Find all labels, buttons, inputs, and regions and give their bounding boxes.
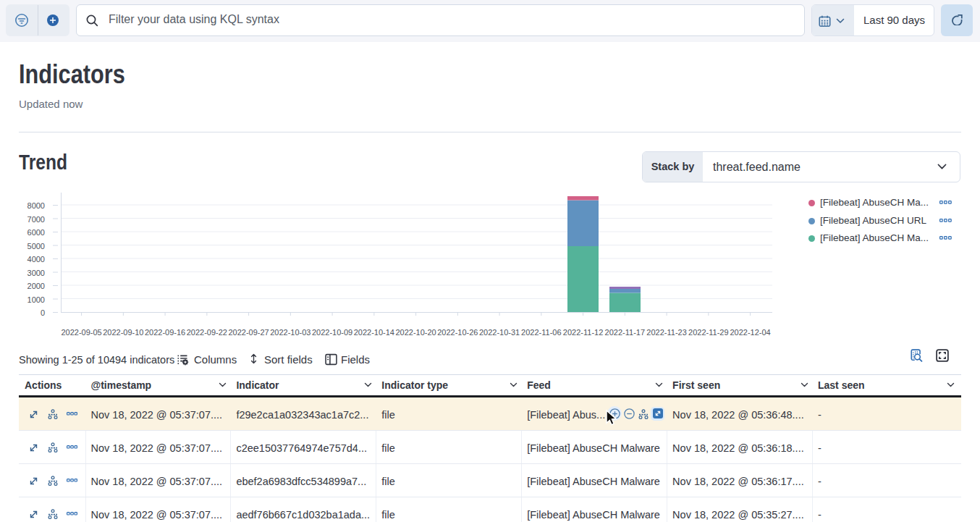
svg-text:2022-09-27: 2022-09-27 [228, 328, 269, 337]
svg-text:2022-10-03: 2022-10-03 [270, 328, 311, 337]
svg-text:2022-10-14: 2022-10-14 [354, 328, 394, 337]
svg-text:2022-11-06: 2022-11-06 [521, 328, 561, 337]
svg-text:2022-10-20: 2022-10-20 [395, 328, 436, 337]
svg-text:7000: 7000 [28, 215, 45, 224]
svg-text:2022-09-16: 2022-09-16 [145, 328, 185, 337]
svg-text:0: 0 [41, 308, 45, 317]
svg-text:6000: 6000 [28, 228, 45, 237]
svg-text:1000: 1000 [28, 295, 45, 304]
svg-text:2022-12-04: 2022-12-04 [730, 328, 770, 337]
svg-text:2000: 2000 [28, 282, 45, 290]
svg-text:2022-10-31: 2022-10-31 [479, 328, 520, 337]
svg-text:2022-10-26: 2022-10-26 [437, 328, 478, 337]
svg-text:4000: 4000 [28, 255, 45, 264]
svg-text:2022-11-23: 2022-11-23 [646, 328, 686, 337]
svg-text:2022-11-12: 2022-11-12 [563, 328, 603, 337]
svg-text:8000: 8000 [28, 201, 45, 210]
svg-text:3000: 3000 [28, 269, 45, 277]
svg-text:5000: 5000 [28, 242, 45, 251]
svg-text:2022-10-09: 2022-10-09 [312, 328, 352, 337]
svg-text:2022-09-22: 2022-09-22 [187, 328, 227, 337]
svg-text:2022-09-10: 2022-09-10 [103, 328, 143, 337]
svg-text:2022-11-17: 2022-11-17 [605, 328, 645, 337]
svg-text:2022-11-29: 2022-11-29 [688, 328, 728, 337]
svg-text:2022-09-05: 2022-09-05 [61, 328, 101, 337]
